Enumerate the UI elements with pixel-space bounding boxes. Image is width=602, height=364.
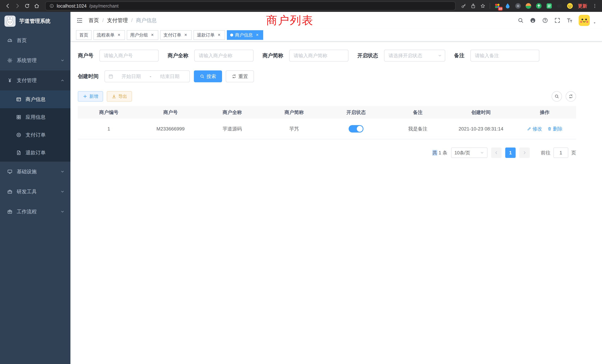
remark-input[interactable] — [470, 50, 539, 62]
toggle-search-button[interactable] — [552, 91, 562, 102]
hamburger-icon — [76, 17, 83, 24]
edit-link[interactable]: 修改 — [527, 126, 542, 132]
full-name-input[interactable] — [194, 50, 254, 62]
extension-ring-icon[interactable] — [515, 3, 521, 9]
tab-close-icon[interactable] — [255, 32, 260, 38]
font-size-icon — [566, 17, 573, 23]
header-search-button[interactable] — [517, 17, 524, 23]
add-button[interactable]: 新增 — [78, 91, 103, 102]
page-size-select[interactable]: 10条/页 — [451, 148, 487, 158]
edit-icon — [527, 127, 531, 131]
sidebar-item-refund-order[interactable]: 退款订单 — [0, 144, 70, 162]
table-tools — [552, 91, 576, 102]
goto-page-input[interactable] — [553, 148, 568, 158]
dark-blob-icon — [556, 3, 563, 9]
refresh-table-button[interactable] — [566, 91, 576, 102]
sidebar-item-infrastructure[interactable]: 基础设施 — [0, 162, 70, 182]
reset-button[interactable]: 重置 — [226, 70, 254, 82]
share-button[interactable] — [470, 3, 476, 9]
tab-close-icon[interactable] — [150, 32, 155, 38]
search-button[interactable]: 搜索 — [194, 70, 222, 82]
github-button[interactable] — [530, 17, 536, 23]
breadcrumb-separator: / — [102, 17, 104, 23]
status-select[interactable]: 请选择开启状态 — [384, 50, 445, 62]
browser-forward-button[interactable] — [13, 1, 22, 11]
filter-label: 商户号 — [78, 52, 93, 59]
tab-flow-form[interactable]: 流程表单 — [93, 30, 125, 40]
cell-status — [325, 125, 387, 132]
extension-dots-icon[interactable]: 10 — [494, 3, 500, 9]
filter-full-name: 商户全称 — [168, 50, 254, 62]
extension-avatar-icon[interactable] — [525, 3, 532, 9]
sidebar-item-label: 基础设施 — [17, 168, 37, 175]
browser-back-button[interactable] — [3, 1, 13, 11]
breadcrumb-separator: / — [131, 17, 133, 23]
font-size-button[interactable] — [566, 17, 573, 23]
extension-smiley-icon[interactable] — [567, 3, 573, 9]
browser-home-button[interactable] — [32, 1, 42, 11]
sidebar-item-workflow[interactable]: 工作流程 — [0, 202, 70, 222]
url-bar[interactable]: localhost:1024/pay/merchant — [45, 1, 456, 10]
chevron-down-icon — [480, 151, 484, 155]
url-path: /pay/merchant — [89, 3, 118, 9]
chevron-down-icon — [60, 210, 64, 214]
refresh-icon — [569, 94, 573, 99]
browser-menu-button[interactable] — [592, 3, 598, 9]
tab-pay-order[interactable]: 支付订单 — [160, 30, 192, 40]
col-full-name: 商户全称 — [201, 109, 263, 116]
browser-reload-button[interactable] — [22, 1, 32, 11]
breadcrumb-section[interactable]: 支付管理 — [107, 17, 128, 24]
create-time-range-picker[interactable]: 开始日期 - 结束日期 — [105, 70, 190, 82]
sidebar-item-home[interactable]: 首页 — [0, 30, 70, 50]
tab-home[interactable]: 首页 — [76, 30, 92, 40]
app-logo[interactable]: 芋道管理系统 — [0, 12, 70, 30]
extension-sheet-icon[interactable] — [546, 3, 552, 9]
merchant-no-input[interactable] — [99, 50, 159, 62]
tab-close-icon[interactable] — [116, 32, 122, 38]
bookmark-star-button[interactable] — [480, 3, 486, 9]
sidebar-item-payment[interactable]: 支付管理 — [0, 70, 70, 90]
tab-user-group[interactable]: 用户分组 — [127, 30, 158, 40]
short-name-input[interactable] — [289, 50, 348, 62]
status-toggle[interactable] — [349, 125, 364, 132]
browser-update-button[interactable]: 更新 — [578, 3, 587, 9]
export-button[interactable]: 导出 — [107, 91, 132, 102]
color-avatar-icon — [525, 3, 532, 9]
avatar-caret-icon[interactable] — [593, 21, 596, 25]
chevron-down-icon — [60, 170, 64, 174]
back-arrow-icon — [5, 3, 11, 9]
filter-status: 开启状态 请选择开启状态 — [357, 50, 445, 62]
breadcrumb: 首页 / 支付管理 / 商户信息 — [89, 17, 157, 24]
chevron-up-icon — [60, 78, 64, 83]
sidebar-item-merchant-info[interactable]: 商户信息 — [0, 90, 70, 108]
fullscreen-button[interactable] — [554, 17, 560, 23]
table-header-row: 商户编号 商户号 商户全称 商户简称 开启状态 备注 创建时间 操作 — [78, 106, 576, 119]
extension-blob-icon[interactable] — [556, 3, 563, 9]
page-number-button[interactable]: 1 — [505, 148, 516, 158]
tab-close-icon[interactable] — [183, 32, 188, 38]
site-info-icon[interactable] — [49, 3, 54, 8]
user-avatar[interactable] — [579, 15, 590, 26]
tab-merchant-info[interactable]: 商户信息 — [227, 30, 263, 40]
gear-icon — [7, 58, 13, 63]
tab-label: 支付订单 — [163, 32, 181, 38]
prev-page-button[interactable] — [491, 148, 502, 158]
chevron-down-icon — [438, 54, 442, 58]
delete-link[interactable]: 删除 — [547, 126, 562, 132]
sidebar-item-devtools[interactable]: 研发工具 — [0, 182, 70, 202]
sidebar-item-pay-order[interactable]: 支付订单 — [0, 126, 70, 144]
cell-full-name: 芋道源码 — [201, 126, 263, 132]
target-icon — [16, 132, 22, 138]
breadcrumb-home[interactable]: 首页 — [89, 17, 99, 24]
sidebar-item-system[interactable]: 系统管理 — [0, 50, 70, 70]
next-page-button[interactable] — [519, 148, 530, 158]
help-button[interactable] — [542, 17, 548, 23]
password-key-button[interactable] — [461, 3, 466, 9]
tab-refund-order[interactable]: 退款订单 — [194, 30, 225, 40]
extension-arrow-icon[interactable] — [536, 3, 542, 9]
sidebar-item-app-info[interactable]: 应用信息 — [0, 108, 70, 126]
extension-drop-icon[interactable] — [505, 3, 511, 9]
sidebar-item-label: 退款订单 — [26, 149, 46, 156]
collapse-sidebar-button[interactable] — [76, 17, 83, 24]
tab-close-icon[interactable] — [216, 32, 222, 38]
